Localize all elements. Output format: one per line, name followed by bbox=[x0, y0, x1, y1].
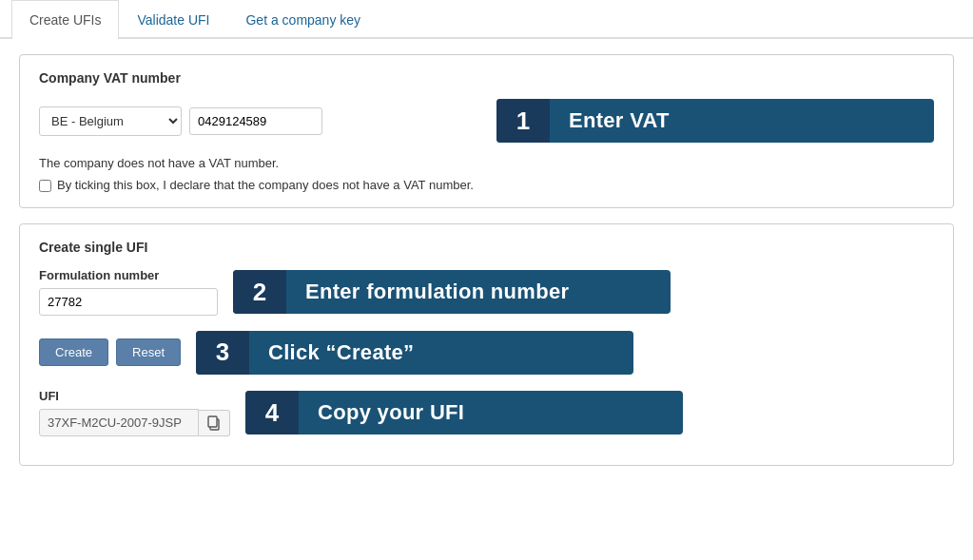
enter-vat-button[interactable]: 1 Enter VAT bbox=[496, 99, 934, 143]
ufi-output-label: UFI bbox=[39, 389, 230, 403]
tab-create-ufis[interactable]: Create UFIs bbox=[11, 0, 119, 39]
svg-rect-1 bbox=[208, 416, 217, 427]
tab-validate-ufi[interactable]: Validate UFI bbox=[119, 0, 227, 39]
step1-number: 1 bbox=[496, 99, 550, 143]
step2-number: 2 bbox=[233, 270, 286, 314]
ufi-output-field bbox=[39, 409, 199, 436]
vat-inputs: BE - Belgium DE - Germany FR - France IT… bbox=[39, 106, 481, 136]
main-content: Company VAT number BE - Belgium DE - Ger… bbox=[0, 39, 973, 496]
step2-label: Enter formulation number bbox=[286, 280, 588, 304]
country-select[interactable]: BE - Belgium DE - Germany FR - France IT… bbox=[39, 106, 182, 136]
step1-label: Enter VAT bbox=[550, 108, 689, 133]
ufi-section: Create single UFI Formulation number 2 E… bbox=[19, 223, 954, 466]
step4-number: 4 bbox=[245, 391, 299, 434]
vat-section: Company VAT number BE - Belgium DE - Ger… bbox=[19, 54, 954, 208]
step4-label: Copy your UFI bbox=[299, 400, 483, 425]
tab-bar: Create UFIs Validate UFI Get a company k… bbox=[0, 0, 973, 39]
ufi-section-title: Create single UFI bbox=[39, 240, 934, 255]
step4-row: UFI 4 Copy your UFI bbox=[39, 389, 934, 436]
copy-icon bbox=[206, 415, 222, 431]
enter-formulation-button[interactable]: 2 Enter formulation number bbox=[233, 270, 671, 314]
action-buttons-col: Create Reset bbox=[39, 329, 181, 376]
ufi-output-row bbox=[39, 409, 230, 436]
click-create-button[interactable]: 3 Click “Create” bbox=[196, 331, 633, 375]
no-vat-text: The company does not have a VAT number. bbox=[39, 156, 934, 170]
step3-label: Click “Create” bbox=[249, 340, 433, 365]
no-vat-section: The company does not have a VAT number. … bbox=[39, 156, 934, 192]
no-vat-checkbox[interactable] bbox=[39, 180, 51, 192]
no-vat-checkbox-label: By ticking this box, I declare that the … bbox=[57, 178, 474, 192]
tab-get-company-key[interactable]: Get a company key bbox=[227, 0, 379, 39]
formulation-col: Formulation number bbox=[39, 268, 218, 316]
no-vat-checkbox-row[interactable]: By ticking this box, I declare that the … bbox=[39, 178, 934, 192]
ufi-copy-button[interactable] bbox=[199, 410, 230, 436]
step3-number: 3 bbox=[196, 331, 249, 375]
formulation-input[interactable] bbox=[39, 288, 218, 316]
ufi-output-col: UFI bbox=[39, 389, 230, 436]
action-buttons: Create Reset bbox=[39, 338, 181, 366]
copy-ufi-button[interactable]: 4 Copy your UFI bbox=[245, 391, 683, 434]
vat-section-title: Company VAT number bbox=[39, 70, 934, 86]
reset-button[interactable]: Reset bbox=[116, 338, 181, 366]
step2-row: Formulation number 2 Enter formulation n… bbox=[39, 268, 934, 316]
step1-row: BE - Belgium DE - Germany FR - France IT… bbox=[39, 99, 934, 143]
step3-row: Create Reset 3 Click “Create” bbox=[39, 329, 934, 376]
formulation-label: Formulation number bbox=[39, 268, 218, 282]
vat-input[interactable] bbox=[189, 107, 322, 135]
create-button[interactable]: Create bbox=[39, 338, 108, 366]
